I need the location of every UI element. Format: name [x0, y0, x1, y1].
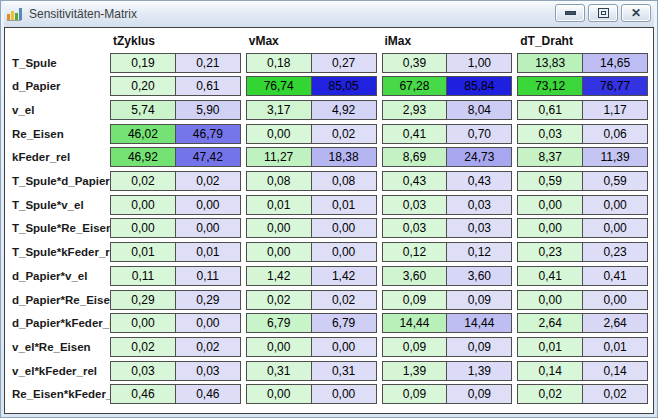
cell-group: 0,230,23 — [517, 242, 648, 262]
matrix-cell: 0,00 — [582, 291, 647, 309]
cell-group: 1,421,42 — [246, 266, 377, 286]
matrix-row: d_Papier*v_el 0,110,111,421,423,603,600,… — [12, 265, 648, 286]
matrix-cell: 0,61 — [175, 77, 240, 95]
cell-group: 0,120,12 — [382, 242, 513, 262]
matrix-cell: 0,03 — [446, 219, 511, 237]
cell-group: 0,010,01 — [517, 337, 648, 357]
title-bar[interactable]: Sensitivitäten-Matrix ✕ — [4, 1, 654, 27]
cell-group: 0,000,00 — [246, 242, 377, 262]
matrix-cell: 0,02 — [111, 338, 175, 356]
matrix-cell: 0,02 — [311, 125, 376, 143]
matrix-cell: 0,41 — [582, 267, 647, 285]
matrix-cell: 0,00 — [111, 314, 175, 332]
matrix-cell: 0,18 — [247, 54, 311, 72]
matrix-cell: 0,09 — [446, 338, 511, 356]
row-label: v_el — [12, 104, 105, 116]
matrix-cell: 0,00 — [111, 219, 175, 237]
row-label: T_Spule — [12, 57, 105, 69]
matrix-cell: 0,00 — [175, 196, 240, 214]
matrix-cell: 0,09 — [383, 385, 447, 403]
cell-group: 0,000,02 — [246, 124, 377, 144]
matrix-cell: 0,01 — [311, 196, 376, 214]
matrix-cell: 0,14 — [518, 362, 582, 380]
cell-group: 8,3711,39 — [517, 147, 648, 167]
matrix-cell: 0,09 — [383, 338, 447, 356]
matrix-cell: 0,09 — [446, 291, 511, 309]
matrix-cell: 0,39 — [383, 54, 447, 72]
matrix-cell: 1,42 — [311, 267, 376, 285]
matrix-cell: 0,01 — [175, 243, 240, 261]
row-label: Re_Eisen*kFeder_rel — [12, 388, 105, 400]
matrix-cell: 3,17 — [247, 101, 311, 119]
cell-group: 0,090,09 — [382, 290, 513, 310]
matrix-cell: 0,00 — [247, 338, 311, 356]
matrix-cell: 3,60 — [383, 267, 447, 285]
cell-group: 3,603,60 — [382, 266, 513, 286]
matrix-cell: 0,00 — [311, 219, 376, 237]
matrix-cell: 1,42 — [247, 267, 311, 285]
close-button[interactable]: ✕ — [621, 4, 651, 22]
cell-group: 0,020,02 — [517, 384, 648, 404]
matrix-cell: 6,79 — [311, 314, 376, 332]
cell-group: 0,030,03 — [382, 195, 513, 215]
cell-group: 0,000,00 — [517, 195, 648, 215]
matrix-cell: 0,02 — [518, 385, 582, 403]
cell-group: 0,090,09 — [382, 337, 513, 357]
matrix-cell: 0,02 — [111, 172, 175, 190]
maximize-button[interactable] — [588, 4, 618, 22]
matrix-cell: 5,74 — [111, 101, 175, 119]
minimize-button[interactable] — [555, 4, 585, 22]
matrix-cell: 0,03 — [518, 125, 582, 143]
matrix-cell: 13,83 — [518, 54, 582, 72]
matrix-cell: 0,00 — [518, 196, 582, 214]
matrix-cell: 6,79 — [247, 314, 311, 332]
cell-group: 0,080,08 — [246, 171, 377, 191]
cell-group: 0,410,70 — [382, 124, 513, 144]
cell-group: 0,460,46 — [110, 384, 241, 404]
matrix-cell: 0,02 — [247, 291, 311, 309]
matrix-cell: 2,64 — [518, 314, 582, 332]
matrix-row: v_el*Re_Eisen 0,020,020,000,000,090,090,… — [12, 336, 648, 357]
cell-group: 0,200,61 — [110, 76, 241, 96]
row-label: T_Spule*Re_Eisen — [12, 222, 105, 234]
matrix-cell: 46,79 — [175, 125, 240, 143]
cell-group: 0,000,00 — [110, 313, 241, 333]
matrix-cell: 0,03 — [446, 196, 511, 214]
cell-group: 0,000,00 — [246, 218, 377, 238]
matrix-cell: 2,64 — [582, 314, 647, 332]
matrix-cell: 0,27 — [311, 54, 376, 72]
cell-group: 0,020,02 — [110, 171, 241, 191]
matrix-cell: 0,70 — [446, 125, 511, 143]
cell-group: 2,642,64 — [517, 313, 648, 333]
matrix-cell: 0,19 — [111, 54, 175, 72]
matrix-cell: 14,65 — [582, 54, 647, 72]
matrix-cell: 1,00 — [446, 54, 511, 72]
matrix-row: d_Papier 0,200,6176,7485,0567,2885,8473,… — [12, 76, 648, 97]
cell-group: 0,030,06 — [517, 124, 648, 144]
matrix-cell: 0,41 — [383, 125, 447, 143]
minimize-icon — [565, 11, 576, 15]
matrix-cell: 0,00 — [111, 196, 175, 214]
cell-group: 0,410,41 — [517, 266, 648, 286]
matrix-cell: 0,20 — [111, 77, 175, 95]
cell-group: 0,611,17 — [517, 100, 648, 120]
matrix-cell: 4,92 — [311, 101, 376, 119]
matrix-cell: 85,05 — [311, 77, 376, 95]
matrix-cell: 14,44 — [446, 314, 511, 332]
matrix-cell: 0,00 — [311, 338, 376, 356]
matrix-cell: 1,39 — [446, 362, 511, 380]
matrix-row: T_Spule*v_el 0,000,000,010,010,030,030,0… — [12, 194, 648, 215]
cell-group: 67,2885,84 — [382, 76, 513, 96]
matrix-row: v_el*kFeder_rel 0,030,030,310,311,391,39… — [12, 360, 648, 381]
cell-group: 0,310,31 — [246, 361, 377, 381]
cell-group: 0,090,09 — [382, 384, 513, 404]
cell-group: 6,796,79 — [246, 313, 377, 333]
cell-group: 0,190,21 — [110, 53, 241, 73]
matrix-cell: 76,74 — [247, 77, 311, 95]
matrix-cell: 0,03 — [383, 196, 447, 214]
matrix-cell: 0,46 — [111, 385, 175, 403]
matrix-rows: T_Spule 0,190,210,180,270,391,0013,8314,… — [12, 52, 648, 405]
matrix-row: T_Spule*d_Papier 0,020,020,080,080,430,4… — [12, 171, 648, 192]
matrix-cell: 67,28 — [383, 77, 447, 95]
cell-group: 0,000,00 — [246, 384, 377, 404]
